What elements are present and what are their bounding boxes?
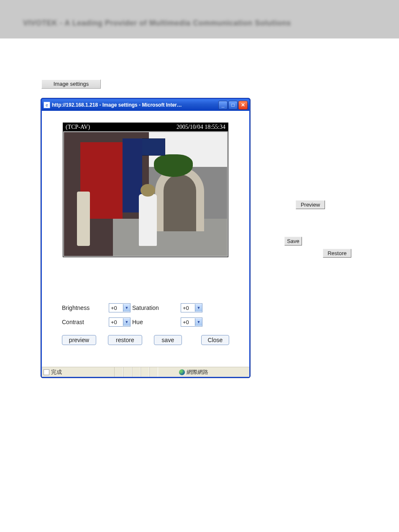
close-icon: ✕ — [241, 102, 245, 108]
minimize-button[interactable]: _ — [218, 101, 228, 110]
popup-restore-button[interactable]: restore — [108, 335, 142, 345]
popup-save-button[interactable]: save — [154, 335, 182, 345]
camera-label: (TCP-AV) — [66, 124, 90, 130]
popup-preview-button[interactable]: preview — [62, 335, 96, 345]
hue-select[interactable]: +0 ▼ — [181, 317, 202, 327]
saturation-value: +0 — [183, 305, 189, 311]
brightness-select[interactable]: +0 ▼ — [109, 303, 130, 312]
page-icon — [43, 369, 49, 375]
maximize-icon: □ — [231, 102, 234, 108]
hue-label: Hue — [132, 319, 181, 325]
content-area: Image settings Preview Save Restore e ht… — [0, 38, 399, 494]
popup-close-button[interactable]: Close — [201, 335, 229, 345]
image-settings-popup: e http://192.168.1.218 - Image settings … — [41, 98, 251, 378]
saturation-select[interactable]: +0 ▼ — [181, 303, 202, 312]
contrast-select[interactable]: +0 ▼ — [109, 317, 130, 327]
status-left-text: 完成 — [51, 368, 62, 376]
chevron-down-icon: ▼ — [195, 318, 202, 326]
window-titlebar[interactable]: e http://192.168.1.218 - Image settings … — [42, 99, 249, 111]
save-button[interactable]: Save — [284, 237, 302, 246]
window-statusbar: 完成 網際網路 — [42, 367, 249, 377]
chevron-down-icon: ▼ — [123, 304, 130, 312]
ie-page-icon: e — [43, 102, 50, 108]
chevron-down-icon: ▼ — [195, 304, 202, 312]
saturation-label: Saturation — [132, 304, 181, 311]
contrast-label: Contrast — [62, 319, 109, 325]
camera-timestamp: 2005/10/04 18:55:34 — [176, 124, 225, 130]
window-title: http://192.168.1.218 - Image settings - … — [52, 102, 217, 108]
image-settings-button[interactable]: Image settings — [41, 79, 101, 89]
brightness-label: Brightness — [62, 304, 109, 311]
preview-button[interactable]: Preview — [296, 200, 325, 209]
close-window-button[interactable]: ✕ — [238, 101, 248, 110]
image-adjustment-controls: Brightness +0 ▼ Saturation +0 ▼ Contrast… — [50, 303, 241, 327]
internet-zone-icon — [179, 369, 185, 375]
popup-content: (TCP-AV) 2005/10/04 18:55:34 — [42, 111, 249, 367]
video-preview-image — [63, 131, 228, 257]
maximize-button[interactable]: □ — [228, 101, 238, 110]
page-header-band: VIVOTEK - A Leading Provider of Multimed… — [0, 0, 399, 38]
status-right-text: 網際網路 — [187, 368, 208, 376]
page-title-blurred: VIVOTEK - A Leading Provider of Multimed… — [23, 19, 291, 28]
brightness-value: +0 — [111, 305, 117, 311]
contrast-value: +0 — [111, 319, 117, 325]
chevron-down-icon: ▼ — [123, 318, 130, 326]
hue-value: +0 — [183, 319, 189, 325]
minimize-icon: _ — [222, 102, 225, 108]
video-overlay-header: (TCP-AV) 2005/10/04 18:55:34 — [63, 123, 228, 131]
video-preview-frame: (TCP-AV) 2005/10/04 18:55:34 — [63, 123, 228, 257]
restore-button[interactable]: Restore — [323, 249, 351, 258]
